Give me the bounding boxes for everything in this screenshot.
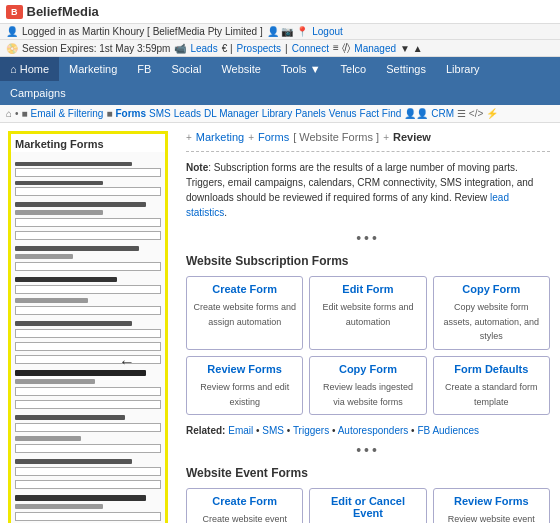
- sep3: ■: [106, 108, 112, 119]
- subnav-panels[interactable]: Panels: [295, 108, 326, 119]
- nav-website[interactable]: Website: [211, 57, 271, 81]
- card-edit-form-title: Edit Form: [316, 283, 419, 295]
- related-triggers[interactable]: Triggers: [293, 425, 329, 436]
- event-card-edit-title: Edit or Cancel Event: [316, 495, 419, 519]
- nav-campaigns[interactable]: Campaigns: [0, 81, 76, 105]
- card-copy-form-2[interactable]: Copy Form Review leads ingested via webs…: [309, 356, 426, 415]
- event-card-edit[interactable]: Edit or Cancel Event Edit and cancel web…: [309, 488, 426, 523]
- sep2: ■: [22, 108, 28, 119]
- card-review-forms[interactable]: Review Forms Review forms and edit exist…: [186, 356, 303, 415]
- bc-forms[interactable]: Forms: [258, 131, 289, 143]
- top-info-bar: 👤 Logged in as Martin Khoury [ BeliefMed…: [0, 24, 560, 40]
- sep2: € |: [222, 43, 233, 54]
- bc-plus-review: +: [383, 132, 389, 143]
- card-form-defaults-title: Form Defaults: [440, 363, 543, 375]
- nav-telco[interactable]: Telco: [331, 57, 377, 81]
- subnav-factfind[interactable]: Fact Find: [360, 108, 402, 119]
- dots-1: •••: [186, 230, 550, 246]
- bc-bracket: [ Website Forms ]: [293, 131, 379, 143]
- marketing-forms-label: Marketing Forms: [11, 134, 165, 152]
- website-event-title: Website Event Forms: [186, 466, 550, 480]
- card-review-forms-title: Review Forms: [193, 363, 296, 375]
- divider: [186, 151, 550, 152]
- main-content: Marketing Forms: [0, 123, 560, 523]
- subscription-cards-grid: Create Form Create website forms and ass…: [186, 276, 550, 415]
- note-suffix: .: [224, 207, 227, 218]
- bc-marketing[interactable]: Marketing: [196, 131, 244, 143]
- card-copy-form-desc: Copy website form assets, automation, an…: [444, 302, 540, 341]
- related-label: Related:: [186, 425, 225, 436]
- sep4: ≡ 〈/〉: [333, 42, 350, 54]
- icons2: ▼ ▲: [400, 43, 423, 54]
- note-label: Note: [186, 162, 208, 173]
- nav-settings[interactable]: Settings: [376, 57, 436, 81]
- nav-library[interactable]: Library: [436, 57, 490, 81]
- crm-icon: 👤👤: [404, 108, 428, 119]
- leads-link[interactable]: Leads: [190, 43, 217, 54]
- session-bar: 📀 Session Expires: 1st May 3:59pm 📹 Lead…: [0, 40, 560, 57]
- main-navigation: ⌂ Home Marketing FB Social Website Tools…: [0, 57, 560, 105]
- event-card-create-desc: Create website event form: [202, 514, 287, 523]
- card-create-form-desc: Create website forms and assign automati…: [193, 302, 296, 327]
- note-text: : Subscription forms are the results of …: [186, 162, 533, 203]
- brand-logo: B: [6, 5, 23, 19]
- managed-link[interactable]: Managed: [354, 43, 396, 54]
- arrow-indicator: ←: [119, 353, 135, 371]
- sep: 📹: [174, 43, 186, 54]
- connect-link[interactable]: Connect: [292, 43, 329, 54]
- website-subscription-title: Website Subscription Forms: [186, 254, 550, 268]
- nav-marketing[interactable]: Marketing: [59, 57, 127, 81]
- nav-fb[interactable]: FB: [127, 57, 161, 81]
- event-card-create[interactable]: Create Form Create website event form: [186, 488, 303, 523]
- subnav-crm[interactable]: CRM: [431, 108, 454, 119]
- event-cards-grid: Create Form Create website event form Ed…: [186, 488, 550, 523]
- subnav-dlmanager[interactable]: DL Manager: [204, 108, 259, 119]
- icons-misc: ☰ </> ⚡: [457, 108, 498, 119]
- session-info: Session Expires: 1st May 3:59pm: [22, 43, 170, 54]
- logout-link[interactable]: Logout: [312, 26, 343, 37]
- subnav-email[interactable]: Email & Filtering: [31, 108, 104, 119]
- card-copy-form-2-title: Copy Form: [316, 363, 419, 375]
- card-copy-form-2-desc: Review leads ingested via website forms: [323, 382, 413, 407]
- nav-home[interactable]: ⌂ Home: [0, 57, 59, 81]
- breadcrumb: + Marketing + Forms [ Website Forms ] + …: [186, 131, 550, 143]
- note-box: Note: Subscription forms are the results…: [186, 160, 550, 220]
- dots-2: •••: [186, 442, 550, 458]
- related-sms[interactable]: SMS: [262, 425, 284, 436]
- subnav-forms[interactable]: Forms: [115, 108, 146, 119]
- prospects-link[interactable]: Prospects: [237, 43, 281, 54]
- event-card-review-title: Review Forms: [440, 495, 543, 507]
- icons-row: 👤 📷 📍: [267, 26, 309, 37]
- nav-tools[interactable]: Tools ▼: [271, 57, 331, 81]
- card-create-form-title: Create Form: [193, 283, 296, 295]
- logged-in-text: 👤: [6, 26, 18, 37]
- card-copy-form[interactable]: Copy Form Copy website form assets, auto…: [433, 276, 550, 350]
- card-copy-form-title: Copy Form: [440, 283, 543, 295]
- sub-navigation: ⌂ • ■ Email & Filtering ■ Forms SMS Lead…: [0, 105, 560, 123]
- form-preview: ~ ~ ~: [11, 152, 165, 523]
- related-fb-audiences[interactable]: FB Audiences: [417, 425, 479, 436]
- event-card-review-desc: Review website event forms: [448, 514, 535, 523]
- card-edit-form[interactable]: Edit Form Edit website forms and automat…: [309, 276, 426, 350]
- bc-review: Review: [393, 131, 431, 143]
- subnav-venus[interactable]: Venus: [329, 108, 357, 119]
- event-card-create-title: Create Form: [193, 495, 296, 507]
- related-email[interactable]: Email: [228, 425, 253, 436]
- session-text: 📀: [6, 43, 18, 54]
- related-autoresponders[interactable]: Autoresponders: [338, 425, 409, 436]
- card-review-forms-desc: Review forms and edit existing: [200, 382, 289, 407]
- card-edit-form-desc: Edit website forms and automation: [322, 302, 413, 327]
- home-icon: ⌂: [6, 108, 12, 119]
- related-line: Related: Email • SMS • Triggers • Autore…: [186, 425, 550, 436]
- card-create-form[interactable]: Create Form Create website forms and ass…: [186, 276, 303, 350]
- user-info: Logged in as Martin Khoury [ BeliefMedia…: [22, 26, 263, 37]
- nav-social[interactable]: Social: [161, 57, 211, 81]
- event-card-review[interactable]: Review Forms Review website event forms: [433, 488, 550, 523]
- card-form-defaults-desc: Create a standard form template: [445, 382, 538, 407]
- card-form-defaults[interactable]: Form Defaults Create a standard form tem…: [433, 356, 550, 415]
- brand-name: BeliefMedia: [27, 4, 99, 19]
- subnav-leads[interactable]: Leads: [174, 108, 201, 119]
- subnav-sms[interactable]: SMS: [149, 108, 171, 119]
- subnav-library[interactable]: Library: [262, 108, 293, 119]
- sep: •: [15, 108, 19, 119]
